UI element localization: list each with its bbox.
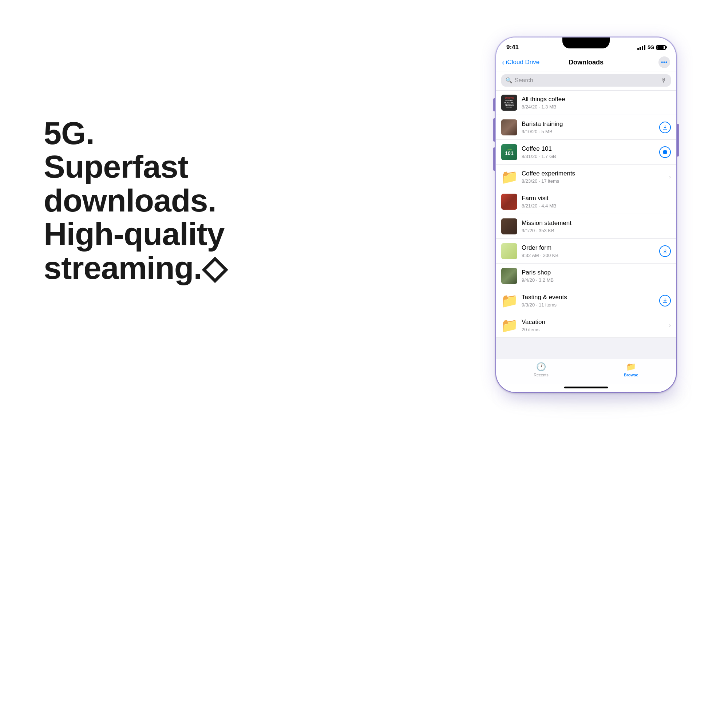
list-item[interactable]: Barista training 9/10/20 · 5 MB: [496, 115, 676, 140]
headline-line4: High-quality: [44, 216, 224, 252]
file-thumbnail: [501, 219, 517, 234]
search-input-container[interactable]: 🔍 Search 🎙: [501, 74, 671, 87]
file-info: Coffee experiments 8/23/20 · 17 items: [522, 170, 665, 184]
list-item[interactable]: cafe 101 Coffee 101 8/31/20 · 1.7 GB: [496, 140, 676, 165]
headline-line3: downloads.: [44, 182, 216, 219]
left-panel: 5G. Superfast downloads. High-quality st…: [44, 116, 233, 284]
more-button[interactable]: •••: [658, 57, 670, 68]
file-thumbnail: [501, 243, 517, 259]
power-button: [677, 124, 679, 156]
network-type-label: 5G: [648, 44, 654, 50]
list-item[interactable]: Order form 9:32 AM · 200 KB: [496, 239, 676, 263]
file-name: Farm visit: [522, 195, 671, 202]
tab-bar: 🕐 Recents 📁 Browse: [496, 359, 676, 384]
file-thumbnail: 📁: [501, 169, 517, 185]
ellipsis-icon: •••: [661, 59, 668, 65]
notch: [562, 37, 610, 48]
back-label: iCloud Drive: [506, 59, 540, 66]
list-item[interactable]: GROWING PICKING ROASTING BREWING COFFEE …: [496, 90, 676, 115]
file-name: Order form: [522, 244, 659, 252]
file-thumbnail: GROWING PICKING ROASTING BREWING COFFEE: [501, 95, 517, 111]
tab-recents-label: Recents: [534, 373, 548, 377]
file-info: Barista training 9/10/20 · 5 MB: [522, 121, 659, 134]
folder-icon: 📁: [501, 294, 517, 307]
stop-download-button[interactable]: [659, 146, 671, 158]
stop-icon: [663, 150, 667, 154]
list-item[interactable]: Farm visit 8/21/20 · 4.4 MB: [496, 189, 676, 214]
back-button[interactable]: ‹ iCloud Drive: [502, 59, 540, 66]
file-thumbnail: 📁: [501, 293, 517, 309]
download-button[interactable]: [659, 122, 671, 133]
chevron-right-icon: ›: [669, 322, 671, 329]
file-meta: 8/31/20 · 1.7 GB: [522, 154, 659, 159]
file-info: Vacation 20 items: [522, 318, 665, 332]
microphone-icon[interactable]: 🎙: [661, 77, 667, 84]
page-title: Downloads: [569, 59, 604, 66]
tab-browse[interactable]: 📁 Browse: [586, 362, 676, 377]
file-meta: 9/1/20 · 353 KB: [522, 228, 671, 233]
recents-icon: 🕐: [536, 362, 546, 372]
file-thumbnail: 📁: [501, 317, 517, 333]
phone-body: 9:41 5G ‹ iCloud Driv: [495, 37, 677, 393]
file-name: All things coffee: [522, 96, 671, 103]
battery-fill: [658, 46, 664, 49]
list-item[interactable]: Mission statement 9/1/20 · 353 KB: [496, 214, 676, 239]
file-thumbnail: [501, 194, 517, 210]
file-meta: 20 items: [522, 327, 665, 332]
list-item[interactable]: 📁 Tasting & events 9/3/20 · 11 items: [496, 288, 676, 313]
search-icon: 🔍: [506, 77, 512, 84]
battery-icon: [656, 45, 666, 50]
file-name: Barista training: [522, 121, 659, 128]
list-item[interactable]: Paris shop 9/4/20 · 3.2 MB: [496, 263, 676, 288]
file-meta: 9/3/20 · 11 items: [522, 302, 659, 307]
file-thumbnail: [501, 119, 517, 135]
phone-mockup: 9:41 5G ‹ iCloud Driv: [495, 37, 677, 393]
file-list: GROWING PICKING ROASTING BREWING COFFEE …: [496, 90, 676, 359]
file-name: Coffee 101: [522, 145, 659, 153]
tab-browse-label: Browse: [624, 373, 638, 377]
headline: 5G. Superfast downloads. High-quality st…: [44, 116, 233, 284]
status-time: 9:41: [506, 44, 519, 51]
file-meta: 9/4/20 · 3.2 MB: [522, 277, 671, 283]
file-info: All things coffee 8/24/20 · 1.3 MB: [522, 96, 671, 110]
list-item[interactable]: 📁 Coffee experiments 8/23/20 · 17 items …: [496, 165, 676, 189]
file-meta: 9/10/20 · 5 MB: [522, 129, 659, 134]
status-icons: 5G: [637, 44, 666, 50]
file-info: Tasting & events 9/3/20 · 11 items: [522, 294, 659, 307]
tab-recents[interactable]: 🕐 Recents: [496, 362, 586, 377]
file-info: Coffee 101 8/31/20 · 1.7 GB: [522, 145, 659, 159]
file-name: Tasting & events: [522, 294, 659, 301]
file-meta: 8/24/20 · 1.3 MB: [522, 104, 671, 110]
file-meta: 8/21/20 · 4.4 MB: [522, 203, 671, 209]
file-meta: 8/23/20 · 17 items: [522, 178, 665, 184]
navigation-bar: ‹ iCloud Drive Downloads •••: [496, 54, 676, 71]
headline-line1: 5G.: [44, 115, 94, 151]
download-button[interactable]: [659, 245, 671, 257]
headline-line2: Superfast: [44, 148, 188, 185]
headline-line5: streaming.◇: [44, 250, 226, 286]
file-info: Paris shop 9/4/20 · 3.2 MB: [522, 269, 671, 283]
file-name: Coffee experiments: [522, 170, 665, 177]
file-name: Mission statement: [522, 219, 671, 227]
home-bar: [564, 387, 608, 388]
file-info: Order form 9:32 AM · 200 KB: [522, 244, 659, 258]
file-name: Paris shop: [522, 269, 671, 276]
file-meta: 9:32 AM · 200 KB: [522, 252, 659, 258]
list-item[interactable]: 📁 Vacation 20 items ›: [496, 313, 676, 338]
chevron-right-icon: ›: [669, 174, 671, 180]
phone-screen: 9:41 5G ‹ iCloud Driv: [496, 37, 676, 392]
file-thumbnail: [501, 268, 517, 284]
ios-screen: 9:41 5G ‹ iCloud Driv: [496, 37, 676, 392]
file-name: Vacation: [522, 318, 665, 326]
chevron-left-icon: ‹: [502, 59, 505, 66]
folder-icon: 📁: [501, 318, 517, 332]
signal-bars-icon: [637, 45, 645, 50]
search-placeholder: Search: [515, 77, 658, 84]
search-bar[interactable]: 🔍 Search 🎙: [496, 71, 676, 90]
download-button[interactable]: [659, 295, 671, 306]
file-info: Farm visit 8/21/20 · 4.4 MB: [522, 195, 671, 209]
file-info: Mission statement 9/1/20 · 353 KB: [522, 219, 671, 233]
browse-icon: 📁: [626, 362, 636, 372]
home-indicator: [496, 384, 676, 392]
file-thumbnail: cafe 101: [501, 144, 517, 160]
